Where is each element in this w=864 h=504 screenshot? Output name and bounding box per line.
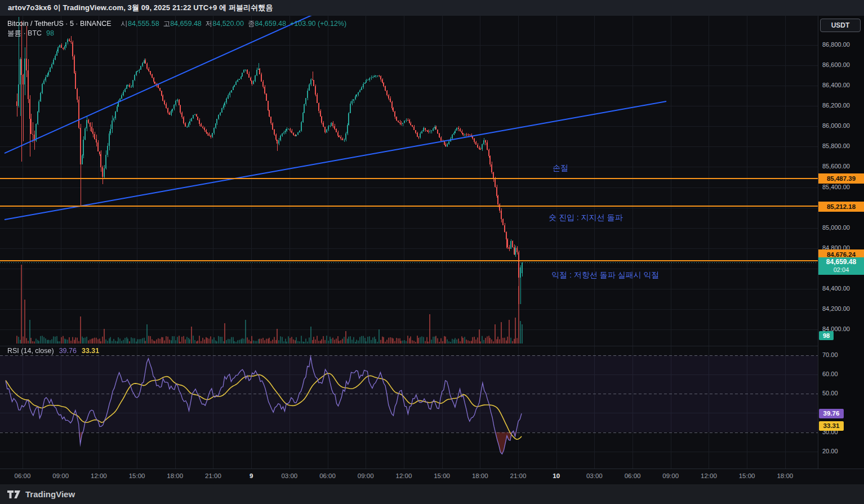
current-price-label: 84,659.48 02:04 [818, 257, 864, 275]
price-axis[interactable]: USDT 86,800.0086,600.0086,400.0086,200.0… [818, 16, 864, 469]
price-tick-label: 86,600.00 [822, 61, 850, 68]
rsi-ma-value: 33.31 [82, 347, 99, 355]
price-tick-label: 84,400.00 [822, 285, 850, 292]
rsi-tick-label: 20.00 [822, 448, 838, 454]
rsi-ma-axis-badge: 33.31 [819, 421, 844, 431]
price-tick-label: 86,800.00 [822, 41, 850, 48]
time-tick-label: 21:00 [505, 472, 532, 479]
volume-legend: 볼륨 · BTC98 [7, 29, 54, 38]
close-label: 종 [248, 20, 255, 28]
time-tick-label: 09:00 [657, 472, 684, 479]
time-tick-label: 18:00 [772, 472, 799, 479]
time-tick-label: 03:00 [581, 472, 608, 479]
rsi-tick-label: 50.00 [822, 390, 838, 396]
low-value: 84,520.00 [212, 20, 244, 28]
time-tick-label: 12:00 [85, 472, 112, 479]
annotation-short-entry[interactable]: 숏 진입 : 지지선 돌파 [549, 213, 622, 223]
price-tick-label: 85,000.00 [822, 224, 850, 231]
currency-toggle-button[interactable]: USDT [820, 19, 861, 32]
published-text: artov7o3kx6 이 TradingView.com, 3월 09, 20… [8, 3, 273, 13]
time-tick-label: 12:00 [695, 472, 722, 479]
volume-axis-badge: 98 [819, 331, 834, 340]
price-tick-label: 86,000.00 [822, 122, 850, 129]
close-value: 84,659.48 [255, 20, 286, 28]
rsi-tick-label: 70.00 [822, 351, 838, 358]
time-tick-label: 9 [238, 472, 265, 479]
time-tick-label: 18:00 [162, 472, 189, 479]
published-info-bar: artov7o3kx6 이 TradingView.com, 3월 09, 20… [0, 0, 864, 16]
entry-price-label: 85,212.18 [818, 202, 864, 212]
price-tick-label: 86,400.00 [822, 82, 850, 88]
symbol-title[interactable]: Bitcoin / TetherUS · 5 · BINANCE [7, 20, 112, 28]
time-tick-label: 10 [543, 472, 570, 479]
tradingview-published-chart: artov7o3kx6 이 TradingView.com, 3월 09, 20… [0, 0, 864, 504]
time-tick-label: 09:00 [47, 472, 74, 479]
time-tick-label: 18:00 [466, 472, 493, 479]
volume-label: 볼륨 · BTC [7, 29, 42, 37]
time-tick-label: 06:00 [619, 472, 646, 479]
rsi-value: 39.76 [59, 347, 77, 355]
change-value: +103.90 (+0.12%) [290, 20, 346, 28]
time-tick-label: 06:00 [314, 472, 341, 479]
annotation-take-profit[interactable]: 익절 : 저항선 돌파 실패시 익절 [551, 270, 659, 280]
time-tick-label: 15:00 [733, 472, 760, 479]
volume-value: 98 [46, 29, 54, 37]
tradingview-logo[interactable]: TradingView [7, 489, 75, 499]
current-price-value: 84,659.48 [818, 257, 864, 266]
price-tick-label: 85,600.00 [822, 163, 850, 170]
low-label: 저 [206, 20, 213, 28]
price-tick-label: 85,800.00 [822, 142, 850, 149]
time-tick-label: 15:00 [123, 472, 150, 479]
high-value: 84,659.48 [170, 20, 202, 28]
brand-name: TradingView [25, 489, 75, 499]
time-tick-label: 21:00 [199, 472, 226, 479]
stop-price-label: 85,487.39 [818, 173, 864, 184]
rsi-title[interactable]: RSI (14, close) [7, 347, 54, 355]
time-tick-label: 03:00 [276, 472, 303, 479]
time-tick-label: 15:00 [429, 472, 456, 479]
time-tick-label: 06:00 [9, 472, 36, 479]
price-tick-label: 86,200.00 [822, 102, 850, 109]
tradingview-logo-icon [7, 490, 21, 499]
rsi-axis-badge: 39.76 [819, 409, 844, 418]
chart-canvas[interactable] [0, 16, 818, 469]
open-value: 84,555.58 [128, 20, 159, 28]
annotation-stop-loss[interactable]: 손절 [553, 163, 568, 173]
time-tick-label: 09:00 [352, 472, 379, 479]
rsi-tick-label: 60.00 [822, 371, 838, 377]
time-axis[interactable]: 06:0009:0012:0015:0018:0021:00903:0006:0… [0, 469, 864, 484]
price-tick-label: 85,400.00 [822, 184, 850, 190]
footer-bar: TradingView [0, 484, 864, 504]
high-label: 고 [163, 20, 171, 28]
rsi-legend: RSI (14, close)39.7633.31 [7, 347, 99, 355]
bar-countdown: 02:04 [818, 266, 864, 274]
symbol-legend: Bitcoin / TetherUS · 5 · BINANCE시84,555.… [7, 19, 346, 29]
open-label: 시 [121, 20, 128, 28]
price-tick-label: 84,200.00 [822, 305, 850, 312]
time-tick-label: 12:00 [390, 472, 417, 479]
